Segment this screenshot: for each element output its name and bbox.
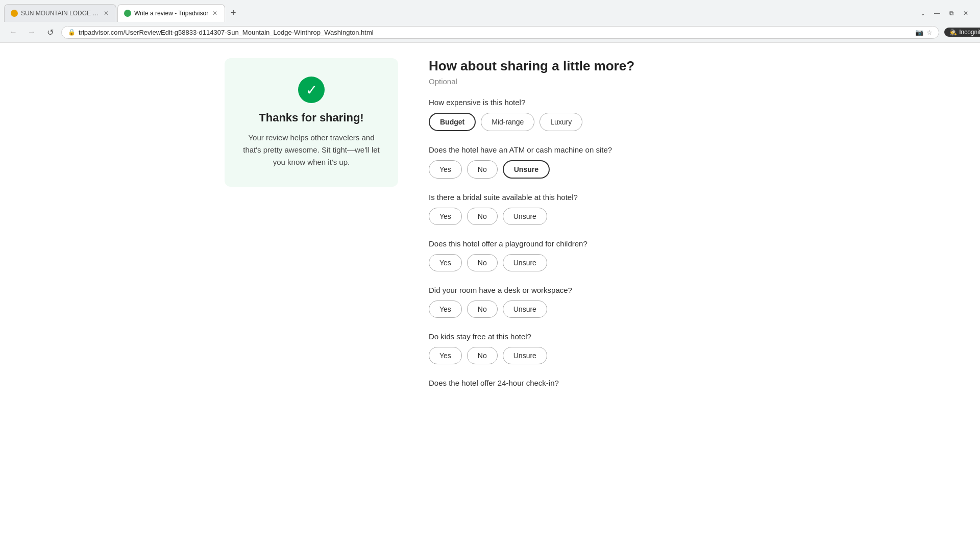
incognito-icon: 🕵: [949, 29, 957, 36]
browser-chrome: SUN MOUNTAIN LODGE $146 ( ✕ Write a revi…: [0, 0, 980, 43]
option-desk-yes[interactable]: Yes: [429, 300, 462, 318]
question-block-playground: Does this hotel offer a playground for c…: [429, 239, 755, 271]
option-bridal-unsure[interactable]: Unsure: [503, 208, 547, 225]
page-title: How about sharing a little more?: [429, 58, 755, 74]
new-tab-button[interactable]: +: [226, 6, 240, 20]
option-kids-yes[interactable]: Yes: [429, 347, 462, 364]
tab-label-2: Write a review - Tripadvisor: [134, 10, 208, 17]
desk-options: Yes No Unsure: [429, 300, 755, 318]
tab-label-1: SUN MOUNTAIN LODGE $146 (: [21, 10, 100, 17]
lock-icon: 🔒: [68, 29, 76, 36]
tab-bar: SUN MOUNTAIN LODGE $146 ( ✕ Write a revi…: [0, 0, 980, 22]
kids-options: Yes No Unsure: [429, 347, 755, 364]
tab-tripadvisor[interactable]: Write a review - Tripadvisor ✕: [117, 4, 225, 22]
option-desk-no[interactable]: No: [467, 300, 498, 318]
question-text-playground: Does this hotel offer a playground for c…: [429, 239, 755, 248]
tab-favicon-1: [11, 10, 18, 17]
question-text-checkin: Does the hotel offer 24-hour check-in?: [429, 379, 755, 387]
bridal-options: Yes No Unsure: [429, 208, 755, 225]
atm-options: Yes No Unsure: [429, 160, 755, 179]
option-atm-no[interactable]: No: [467, 160, 498, 179]
option-desk-unsure[interactable]: Unsure: [503, 300, 547, 318]
forward-button[interactable]: →: [24, 25, 39, 39]
question-block-kids: Do kids stay free at this hotel? Yes No …: [429, 332, 755, 364]
camera-icon[interactable]: 📷: [915, 29, 923, 36]
option-budget[interactable]: Budget: [429, 113, 476, 131]
option-midrange[interactable]: Mid-range: [481, 113, 534, 131]
option-kids-no[interactable]: No: [467, 347, 498, 364]
address-bar-row: ← → ↺ 🔒 tripadvisor.com/UserReviewEdit-g…: [0, 22, 980, 42]
restore-button[interactable]: ⧉: [945, 7, 958, 19]
question-block-desk: Did your room have a desk or workspace? …: [429, 286, 755, 318]
question-block-price: How expensive is this hotel? Budget Mid-…: [429, 98, 755, 131]
back-button[interactable]: ←: [6, 25, 20, 39]
right-panel: How about sharing a little more? Optiona…: [429, 58, 755, 402]
left-panel: ✓ Thanks for sharing! Your review helps …: [225, 58, 398, 402]
option-bridal-yes[interactable]: Yes: [429, 208, 462, 225]
tab-close-2[interactable]: ✕: [211, 9, 218, 18]
playground-options: Yes No Unsure: [429, 254, 755, 271]
tab-sun-mountain[interactable]: SUN MOUNTAIN LODGE $146 ( ✕: [4, 4, 116, 22]
check-icon: ✓: [298, 77, 325, 103]
option-playground-unsure[interactable]: Unsure: [503, 254, 547, 271]
reload-button[interactable]: ↺: [43, 25, 57, 39]
question-text-atm: Does the hotel have an ATM or cash machi…: [429, 145, 755, 154]
address-bar-icons: 📷 ☆: [915, 29, 933, 36]
browser-actions: ⧉ 🕵 Incognito: [943, 25, 974, 39]
window-controls: ⌄ — ⧉ ✕: [917, 7, 976, 19]
tab-favicon-2: [124, 10, 131, 17]
thanks-card: ✓ Thanks for sharing! Your review helps …: [225, 58, 398, 187]
minimize-button[interactable]: —: [931, 7, 943, 19]
thanks-title: Thanks for sharing!: [240, 111, 383, 124]
question-text-bridal: Is there a bridal suite available at thi…: [429, 193, 755, 202]
question-text-price: How expensive is this hotel?: [429, 98, 755, 107]
tab-search-icon[interactable]: ⌄: [917, 7, 929, 19]
profile-button[interactable]: 🕵 Incognito: [960, 25, 974, 39]
page-content: ✓ Thanks for sharing! Your review helps …: [184, 43, 796, 417]
thanks-description: Your review helps other travelers and th…: [240, 132, 383, 168]
option-luxury[interactable]: Luxury: [540, 113, 582, 131]
option-playground-yes[interactable]: Yes: [429, 254, 462, 271]
question-text-kids: Do kids stay free at this hotel?: [429, 332, 755, 341]
option-playground-no[interactable]: No: [467, 254, 498, 271]
incognito-label: Incognito: [959, 29, 980, 36]
tab-close-1[interactable]: ✕: [103, 9, 110, 18]
url-display: tripadvisor.com/UserReviewEdit-g58833-d1…: [79, 29, 912, 36]
option-atm-unsure[interactable]: Unsure: [503, 160, 550, 179]
optional-label: Optional: [429, 77, 755, 86]
question-block-bridal: Is there a bridal suite available at thi…: [429, 193, 755, 225]
incognito-badge: 🕵 Incognito: [944, 28, 980, 37]
question-block-atm: Does the hotel have an ATM or cash machi…: [429, 145, 755, 179]
star-icon[interactable]: ☆: [926, 29, 933, 36]
close-button[interactable]: ✕: [960, 7, 972, 19]
question-block-checkin: Does the hotel offer 24-hour check-in?: [429, 379, 755, 387]
address-bar[interactable]: 🔒 tripadvisor.com/UserReviewEdit-g58833-…: [61, 26, 939, 39]
option-kids-unsure[interactable]: Unsure: [503, 347, 547, 364]
price-options: Budget Mid-range Luxury: [429, 113, 755, 131]
option-atm-yes[interactable]: Yes: [429, 160, 462, 179]
option-bridal-no[interactable]: No: [467, 208, 498, 225]
question-text-desk: Did your room have a desk or workspace?: [429, 286, 755, 294]
